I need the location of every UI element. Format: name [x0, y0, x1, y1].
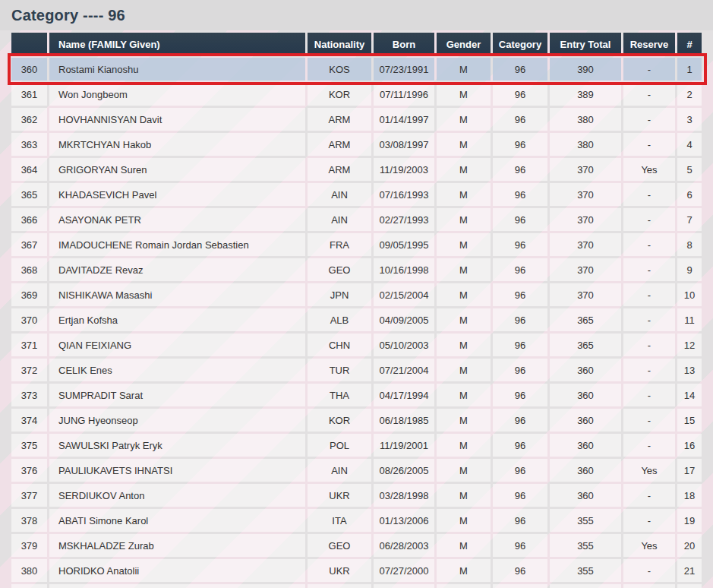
cell-nationality: CHN	[308, 334, 371, 356]
table-row[interactable]: 377SERDIUKOV AntonUKR03/28/1998M96360-18	[11, 484, 702, 507]
cell-row_no: 380	[11, 559, 47, 582]
table-row[interactable]: 380HORIDKO AnatoliiUKR07/27/2000M96355-2…	[11, 559, 702, 582]
cell-row_no: 373	[11, 384, 47, 406]
cell-rank: 19	[677, 509, 702, 532]
table-row[interactable]: 369NISHIKAWA MasashiJPN02/15/2004M96370-…	[11, 283, 702, 306]
table-row[interactable]: 366ASAYONAK PETRAIN02/27/1993M96370-7	[11, 208, 702, 231]
cell-nationality: ARM	[308, 158, 371, 181]
cell-name: Won Jongbeom	[49, 83, 305, 106]
cell-name: SAWULSKI Patryk Eryk	[49, 434, 305, 457]
cell-category: 96	[493, 459, 547, 482]
cell-nationality: ARM	[308, 108, 371, 131]
column-header-gender: Gender	[437, 33, 491, 55]
cell-row_no: 361	[11, 83, 47, 106]
table-row[interactable]: 362HOVHANNISYAN DavitARM01/14/1997M96380…	[11, 108, 702, 131]
cell-name: IMADOUCHENE Romain Jordan Sebastien	[49, 233, 305, 256]
cell-entry_total: 370	[550, 258, 621, 281]
table-header-row: Name (FAMILY Given)NationalityBornGender…	[11, 33, 702, 55]
cell-born: 07/27/2000	[374, 559, 434, 582]
cell-entry_total: 360	[550, 484, 621, 507]
cell-row_no: 374	[11, 409, 47, 432]
cell-nationality: TUR	[308, 359, 371, 381]
cell-born: 07/11/1996	[374, 83, 434, 106]
cell-reserve: -	[623, 409, 675, 432]
cell-row_no: 375	[11, 434, 47, 457]
cell-reserve: -	[623, 133, 675, 156]
cell-nationality: GEO	[308, 534, 371, 557]
cell-entry_total: 365	[550, 308, 621, 331]
cell-row_no: 370	[11, 308, 47, 331]
cell-rank: 8	[677, 233, 702, 256]
cell-row_no: 366	[11, 208, 47, 231]
table-row[interactable]: 379MSKHALADZE ZurabGEO06/28/2003M96355Ye…	[11, 534, 702, 557]
cell-entry_total: 370	[550, 158, 621, 181]
cell-reserve: -	[623, 308, 675, 331]
cell-reserve: -	[623, 183, 675, 206]
cell-category: 96	[493, 334, 547, 356]
column-header-nationality: Nationality	[308, 33, 371, 55]
cell-rank: 17	[677, 459, 702, 482]
cell-gender: M	[437, 484, 491, 507]
cell-rank	[677, 584, 702, 588]
cell-name: Rostami Kianoshu	[49, 58, 305, 81]
table-row[interactable]: 365KHADASEVICH PavelAIN07/16/1993M96370-…	[11, 183, 702, 206]
table-row[interactable]: 370Ertjan KofshaALB04/09/2005M96365-11	[11, 308, 702, 331]
cell-entry_total: 355	[550, 534, 621, 557]
cell-gender: M	[437, 459, 491, 482]
cell-born: 01/14/1997	[374, 108, 434, 131]
cell-born: 09/05/1995	[374, 233, 434, 256]
table-row[interactable]: 374JUNG HyeonseopKOR06/18/1985M96360-15	[11, 409, 702, 432]
cell-born: 02/15/2004	[374, 283, 434, 306]
cell-name: DAVITADZE Revaz	[49, 258, 305, 281]
cell-entry_total: 355	[550, 509, 621, 532]
cell-category	[493, 584, 547, 588]
cell-entry_total: 360	[550, 459, 621, 482]
table-row[interactable]: 378ABATI Simone KarolITA01/13/2006M96355…	[11, 509, 702, 532]
table-row[interactable]: 360Rostami KianoshuKOS07/23/1991M96390-1	[11, 58, 702, 81]
cell-entry_total: 370	[550, 208, 621, 231]
cell-category: 96	[493, 183, 547, 206]
table-row[interactable]: 367IMADOUCHENE Romain Jordan SebastienFR…	[11, 233, 702, 256]
cell-rank: 2	[677, 83, 702, 106]
cell-born: 02/27/1993	[374, 208, 434, 231]
cell-gender: M	[437, 559, 491, 582]
cell-row_no: 379	[11, 534, 47, 557]
table-row[interactable]: 375SAWULSKI Patryk ErykPOL11/19/2001M963…	[11, 434, 702, 457]
table-row[interactable]: 371QIAN FEIXIANGCHN05/10/2003M96365-12	[11, 334, 702, 356]
cell-row_no: 369	[11, 283, 47, 306]
cell-born: 11/19/2001	[374, 434, 434, 457]
cell-category: 96	[493, 83, 547, 106]
cell-nationality: KOR	[308, 83, 371, 106]
cell-name: GRIGORYAN Suren	[49, 158, 305, 181]
cell-born: 01/13/2006	[374, 509, 434, 532]
cell-rank: 21	[677, 559, 702, 582]
table-row[interactable]: 376PAULIUKAVETS IHNATSIAIN08/26/2005M963…	[11, 459, 702, 482]
cell-nationality: ITA	[308, 509, 371, 532]
cell-reserve: -	[623, 108, 675, 131]
column-header-rank: #	[677, 33, 702, 55]
cell-reserve: -	[623, 384, 675, 406]
cell-reserve: -	[623, 359, 675, 381]
cell-born: 03/28/1998	[374, 484, 434, 507]
cell-reserve: Yes	[623, 158, 675, 181]
cell-gender: M	[437, 384, 491, 406]
table-row[interactable]: 368DAVITADZE RevazGEO10/16/1998M96370-9	[11, 258, 702, 281]
cell-rank: 5	[677, 158, 702, 181]
table-row[interactable]: 373SUMPRADIT SaratTHA04/17/1994M96360-14	[11, 384, 702, 406]
cell-rank: 11	[677, 308, 702, 331]
cell-born: 05/10/2003	[374, 334, 434, 356]
cell-category: 96	[493, 359, 547, 381]
cell-reserve: -	[623, 83, 675, 106]
cell-born: 08/26/2005	[374, 459, 434, 482]
cell-row_no: 362	[11, 108, 47, 131]
table-row[interactable]: 364GRIGORYAN SurenARM11/19/2003M96370Yes…	[11, 158, 702, 181]
table-row[interactable]: 361Won JongbeomKOR07/11/1996M96389-2	[11, 83, 702, 106]
cell-category: 96	[493, 434, 547, 457]
cell-nationality	[308, 584, 371, 588]
cell-gender: M	[437, 534, 491, 557]
table-row[interactable]: 363MKRTCHYAN HakobARM03/08/1997M96380-4	[11, 133, 702, 156]
cell-reserve: Yes	[623, 459, 675, 482]
cell-nationality: ALB	[308, 308, 371, 331]
table-row[interactable]: 372CELIK EnesTUR07/21/2004M96360-13	[11, 359, 702, 381]
entry-list-table: Name (FAMILY Given)NationalityBornGender…	[9, 30, 704, 588]
